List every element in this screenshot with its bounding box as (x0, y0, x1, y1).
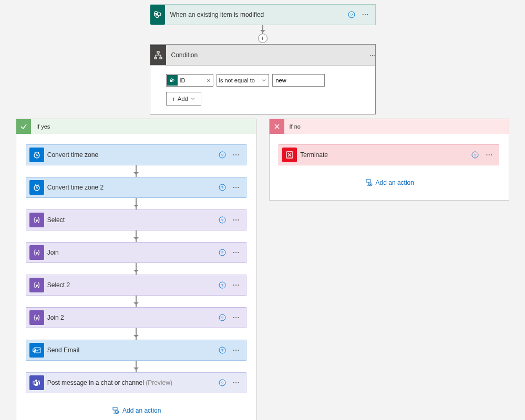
condition-operator-select[interactable]: is not equal to (217, 74, 269, 87)
branch-label: If no (290, 123, 301, 130)
action-title: Select (47, 216, 218, 224)
help-icon[interactable]: ? (218, 150, 227, 160)
condition-card[interactable]: Condition ··· ID ✕ is not equal to (150, 44, 376, 114)
svg-text:?: ? (221, 381, 224, 385)
token-label: ID (180, 77, 207, 83)
condition-value-input[interactable] (272, 74, 325, 87)
condition-row: ID ✕ is not equal to (166, 74, 359, 87)
svg-text:v: v (36, 317, 37, 320)
close-icon (270, 119, 284, 134)
connector-arrow (136, 198, 137, 209)
action-title: Convert time zone 2 (47, 184, 218, 191)
clock-icon (29, 148, 44, 162)
condition-add-button[interactable]: + Add (166, 92, 201, 106)
action-title: Join (47, 249, 218, 256)
svg-rect-9 (160, 57, 162, 59)
braces-icon: v (29, 213, 44, 227)
svg-text:?: ? (221, 185, 224, 190)
menu-icon[interactable]: ··· (483, 149, 496, 161)
menu-icon[interactable]: ··· (230, 279, 243, 291)
help-icon[interactable]: ? (218, 313, 227, 322)
action-card[interactable]: vSelect 2?··· (26, 275, 246, 296)
trigger-title: When an existing item is modified (170, 11, 347, 18)
action-title: Select 2 (47, 281, 218, 289)
token-remove-icon[interactable]: ✕ (207, 78, 211, 83)
action-title: Send Email (47, 346, 218, 354)
menu-icon[interactable]: ··· (230, 376, 243, 389)
action-card[interactable]: vJoin 2?··· (26, 307, 246, 328)
add-action-button[interactable]: Add an action (111, 407, 161, 414)
help-icon[interactable]: ? (470, 150, 480, 160)
help-icon[interactable]: ? (218, 378, 227, 387)
braces-icon: v (29, 310, 44, 325)
braces-icon: v (29, 245, 44, 260)
chevron-down-icon (261, 78, 266, 83)
svg-text:?: ? (350, 13, 353, 17)
action-card[interactable]: vSelect?··· (26, 209, 246, 230)
action-card[interactable]: TPost message in a chat or channel (Prev… (26, 372, 246, 393)
svg-text:?: ? (221, 283, 224, 288)
condition-operand-token[interactable]: ID ✕ (166, 74, 213, 87)
braces-icon: v (29, 278, 44, 292)
flow-canvas: S When an existing item is modified ? ··… (0, 0, 525, 420)
connector-arrow (136, 230, 137, 242)
menu-icon[interactable]: ··· (230, 181, 243, 194)
svg-rect-42 (113, 407, 117, 410)
branch-body-yes: Convert time zone?···Convert time zone 2… (16, 134, 256, 420)
menu-icon[interactable]: ··· (230, 246, 243, 259)
clock-icon (29, 180, 44, 195)
action-card[interactable]: Convert time zone?··· (26, 144, 246, 165)
add-step-button[interactable]: + (258, 34, 267, 43)
terminate-icon (282, 148, 297, 162)
menu-icon[interactable]: ··· (359, 8, 372, 21)
connector-arrow (136, 296, 137, 307)
connector-arrow (136, 263, 137, 275)
add-action-label: Add an action (122, 407, 161, 414)
branch-header-yes[interactable]: If yes (16, 119, 256, 134)
add-action-label: Add an action (376, 179, 414, 186)
svg-text:v: v (36, 219, 37, 222)
svg-text:?: ? (221, 218, 224, 223)
condition-header[interactable]: Condition ··· (150, 45, 375, 66)
action-card[interactable]: Terminate?··· (279, 144, 499, 165)
action-card[interactable]: Send Email?··· (26, 340, 246, 361)
branch-header-no[interactable]: If no (270, 119, 509, 134)
svg-rect-47 (366, 180, 370, 182)
sharepoint-small-icon (167, 75, 178, 86)
if-no-branch: If no Terminate?···Add an action (269, 119, 510, 201)
if-yes-branch: If yes Convert time zone?···Convert time… (16, 119, 256, 420)
add-action-button[interactable]: Add an action (364, 179, 414, 186)
action-card[interactable]: Convert time zone 2?··· (26, 177, 246, 198)
svg-text:?: ? (221, 316, 224, 320)
svg-rect-12 (170, 80, 172, 82)
trigger-card[interactable]: S When an existing item is modified ? ··… (150, 4, 376, 25)
sharepoint-icon: S (150, 5, 165, 25)
action-card[interactable]: vJoin?··· (26, 242, 246, 263)
help-icon[interactable]: ? (218, 215, 227, 225)
connector-arrow (136, 361, 137, 372)
action-suffix: (Preview) (146, 379, 172, 386)
menu-icon[interactable]: ··· (230, 149, 243, 161)
menu-icon[interactable]: ··· (230, 311, 243, 324)
top-section: S When an existing item is modified ? ··… (0, 4, 525, 114)
svg-text:T: T (34, 381, 35, 384)
help-icon[interactable]: ? (218, 183, 227, 192)
help-icon[interactable]: ? (218, 345, 227, 355)
condition-title: Condition (171, 51, 370, 59)
menu-icon[interactable]: ··· (230, 214, 243, 226)
connector-arrow (136, 328, 137, 340)
svg-text:?: ? (221, 250, 224, 255)
help-icon[interactable]: ? (218, 248, 227, 257)
help-icon[interactable]: ? (347, 10, 356, 19)
teams-icon: T (29, 375, 44, 390)
branches-container: If yes Convert time zone?···Convert time… (0, 114, 525, 420)
menu-icon[interactable]: ··· (230, 344, 243, 356)
operator-label: is not equal to (219, 77, 255, 83)
svg-text:v: v (36, 251, 37, 255)
chevron-down-icon (190, 96, 195, 101)
condition-icon (150, 45, 166, 65)
help-icon[interactable]: ? (218, 280, 227, 290)
menu-icon[interactable]: ··· (369, 51, 375, 59)
action-title: Convert time zone (47, 151, 218, 159)
svg-text:v: v (36, 284, 37, 287)
